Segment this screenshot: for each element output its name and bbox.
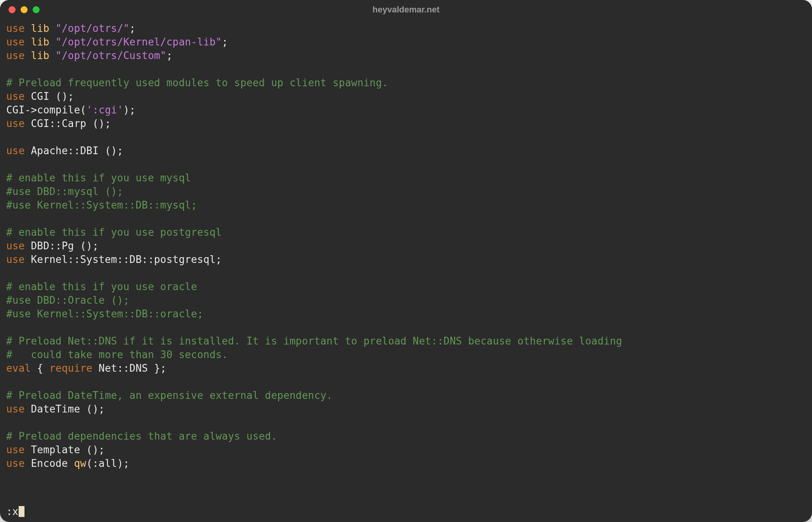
code-token-id: compile — [37, 104, 80, 116]
code-line: use CGI (); — [6, 90, 806, 103]
code-line: # Preload Net::DNS if it is installed. I… — [6, 334, 806, 348]
code-token-id: Apache::DBI — [31, 145, 98, 157]
code-token-func: lib — [31, 36, 49, 48]
code-token-str: "/opt/otrs/Custom" — [56, 50, 166, 61]
code-token-cmt: # enable this if you use oracle — [6, 281, 197, 292]
code-line: #use Kernel::System::DB::oracle; — [6, 307, 806, 321]
code-token-cmt: #use DBD::Oracle (); — [6, 294, 129, 306]
code-line: use Encode qw(:all); — [6, 457, 806, 470]
code-line: # enable this if you use postgresql — [6, 226, 806, 239]
code-token-id: CGI — [6, 104, 25, 116]
code-token-func: lib — [31, 50, 49, 61]
code-token-str: "/opt/otrs/Kernel/cpan-lib" — [56, 36, 222, 48]
code-token-kw: use — [6, 145, 25, 157]
code-line: use DBD::Pg (); — [6, 239, 806, 253]
code-token-punc: ; — [129, 23, 136, 34]
window-title: heyvaldemar.net — [0, 5, 812, 15]
code-token-str: ':cgi' — [86, 104, 123, 116]
code-token-punc: ; — [222, 36, 228, 48]
minimize-icon[interactable] — [21, 6, 28, 13]
code-line: use CGI::Carp (); — [6, 117, 806, 130]
code-line: use DateTime (); — [6, 402, 806, 416]
code-token-cmt: # Preload frequently used modules to spe… — [6, 77, 388, 89]
code-token-punc: (); — [80, 403, 105, 415]
code-token-cmt: #use Kernel::System::DB::mysql; — [6, 199, 197, 211]
code-token-kw: use — [6, 90, 25, 102]
code-token-punc — [25, 403, 31, 415]
code-token-punc — [25, 36, 31, 48]
code-line — [6, 266, 806, 280]
code-line — [6, 416, 806, 430]
code-token-punc: (); — [99, 145, 123, 157]
code-token-punc: ; — [216, 254, 222, 265]
code-token-cmt: #use DBD::mysql (); — [6, 186, 123, 197]
terminal-window: heyvaldemar.net use lib "/opt/otrs/";use… — [0, 0, 812, 522]
code-token-kw: eval — [6, 362, 31, 374]
code-token-punc: ; — [166, 50, 173, 61]
code-line: eval { require Net::DNS }; — [6, 362, 806, 375]
code-token-id: CGI — [31, 90, 49, 102]
code-token-id: Template — [31, 444, 80, 456]
code-line: use lib "/opt/otrs/"; — [6, 22, 806, 35]
code-line: CGI->compile(':cgi'); — [6, 103, 806, 117]
code-token-cmt: # enable this if you use mysql — [6, 172, 191, 184]
code-token-cmt: # Preload Net::DNS if it is installed. I… — [6, 335, 622, 347]
code-line — [6, 130, 806, 144]
code-line — [6, 321, 806, 334]
code-token-punc — [25, 90, 31, 102]
code-token-punc — [25, 50, 31, 61]
vim-command-line[interactable]: :x — [6, 506, 24, 517]
code-token-punc — [49, 36, 56, 48]
code-token-punc — [25, 444, 31, 456]
code-token-cmt: # could take more than 30 seconds. — [6, 349, 228, 360]
code-token-punc — [25, 118, 31, 129]
code-line: use Apache::DBI (); — [6, 144, 806, 158]
code-token-id: Net::DNS — [99, 362, 148, 374]
code-token-kw: use — [6, 23, 25, 34]
code-token-kw: require — [49, 362, 92, 374]
code-token-str: "/opt/otrs/" — [56, 23, 129, 34]
code-line — [6, 212, 806, 226]
code-token-id: Kernel::System::DB::postgresql — [31, 254, 216, 265]
code-token-id: Encode — [31, 458, 68, 469]
code-line: use lib "/opt/otrs/Custom"; — [6, 49, 806, 63]
code-line: #use DBD::mysql (); — [6, 185, 806, 198]
titlebar: heyvaldemar.net — [0, 0, 812, 19]
code-line: use Kernel::System::DB::postgresql; — [6, 253, 806, 266]
code-line: # could take more than 30 seconds. — [6, 348, 806, 362]
code-token-punc: (); — [49, 90, 74, 102]
code-token-kw: use — [6, 50, 25, 61]
code-token-func: lib — [31, 23, 49, 34]
code-token-cmt: # enable this if you use postgresql — [6, 226, 222, 238]
code-token-kw: use — [6, 403, 25, 415]
code-line: #use Kernel::System::DB::mysql; — [6, 198, 806, 212]
code-token-punc: (); — [74, 240, 98, 252]
code-token-punc — [49, 23, 56, 34]
code-token-cmt: # Preload DateTime, an expensive externa… — [6, 390, 333, 401]
maximize-icon[interactable] — [33, 6, 40, 13]
code-line — [6, 158, 806, 171]
close-icon[interactable] — [9, 6, 16, 13]
code-token-punc: (); — [80, 444, 105, 456]
code-token-arrow: -> — [25, 104, 37, 116]
code-token-id: CGI::Carp — [31, 118, 86, 129]
code-line: #use DBD::Oracle (); — [6, 294, 806, 307]
code-token-cmt: # Preload dependencies that are always u… — [6, 430, 277, 442]
code-token-punc: ; — [160, 362, 166, 374]
traffic-lights — [9, 6, 40, 13]
code-token-kw: use — [6, 240, 25, 252]
code-token-punc: ); — [123, 104, 136, 116]
cursor-icon — [19, 506, 24, 517]
code-token-brace: { — [37, 362, 43, 374]
terminal-content[interactable]: use lib "/opt/otrs/";use lib "/opt/otrs/… — [0, 19, 812, 475]
code-line: # Preload frequently used modules to spe… — [6, 76, 806, 90]
code-token-id: DBD::Pg — [31, 240, 74, 252]
code-line: # Preload dependencies that are always u… — [6, 430, 806, 443]
code-token-punc — [43, 362, 49, 374]
code-token-punc: (); — [86, 118, 111, 129]
code-token-punc — [25, 254, 31, 265]
code-token-punc — [31, 362, 37, 374]
code-token-cmt: #use Kernel::System::DB::oracle; — [6, 308, 203, 320]
code-token-kw: use — [6, 444, 25, 456]
code-token-kw: use — [6, 118, 25, 129]
